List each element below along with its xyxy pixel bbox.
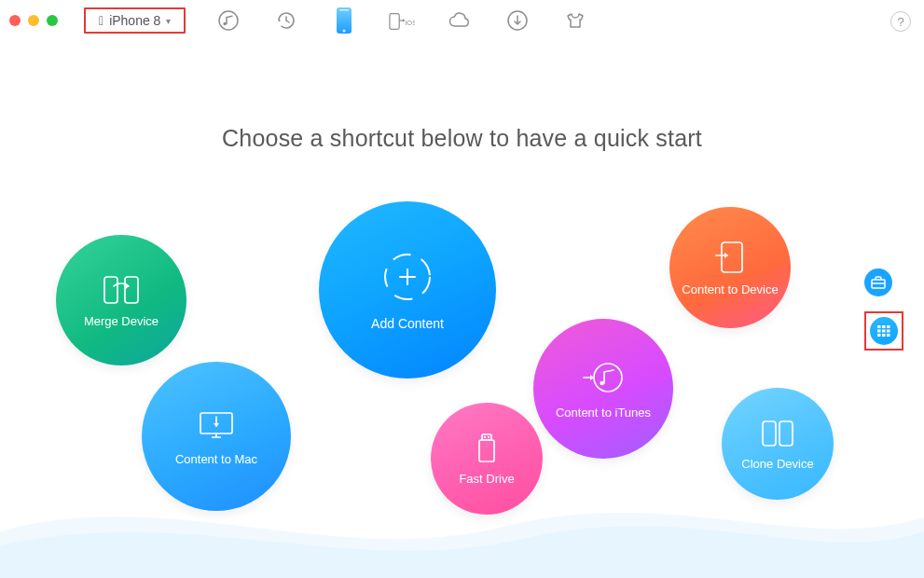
svg-rect-23 [877, 330, 881, 333]
merge-device-label: Merge Device [84, 314, 159, 328]
svg-rect-8 [125, 277, 138, 303]
add-content-icon [379, 249, 435, 305]
content-to-device-icon [714, 240, 746, 275]
svg-rect-28 [887, 334, 890, 337]
grid-view-button[interactable] [870, 317, 898, 345]
clone-device-button[interactable]: Clone Device [722, 388, 834, 500]
svg-rect-7 [104, 277, 117, 303]
svg-rect-27 [882, 334, 886, 337]
svg-rect-15 [484, 436, 486, 438]
add-content-label: Add Content [371, 316, 444, 331]
svg-rect-25 [887, 330, 890, 333]
content-to-device-button[interactable]: Content to Device [669, 207, 791, 328]
grid-view-highlight [864, 311, 903, 351]
content-to-mac-icon [195, 407, 238, 445]
content-to-mac-label: Content to Mac [175, 452, 257, 466]
fast-drive-button[interactable]: Fast Drive [431, 403, 543, 515]
svg-rect-18 [779, 421, 793, 446]
svg-rect-13 [479, 440, 494, 461]
add-content-button[interactable]: Add Content [319, 201, 496, 378]
svg-rect-21 [882, 325, 886, 328]
svg-rect-22 [887, 325, 890, 328]
content-to-itunes-button[interactable]: Content to iTunes [533, 319, 673, 459]
svg-rect-20 [877, 325, 881, 328]
fast-drive-label: Fast Drive [459, 472, 514, 486]
svg-rect-14 [482, 434, 491, 440]
fast-drive-icon [476, 433, 497, 464]
clone-device-icon [760, 418, 795, 449]
svg-point-12 [594, 364, 622, 392]
svg-rect-16 [488, 436, 490, 438]
svg-rect-24 [882, 330, 886, 333]
clone-device-label: Clone Device [741, 457, 813, 471]
merge-device-icon [103, 273, 140, 307]
side-buttons [864, 268, 903, 351]
content-to-itunes-label: Content to iTunes [556, 406, 651, 420]
content-to-device-label: Content to Device [682, 282, 778, 296]
svg-rect-26 [877, 334, 881, 337]
shortcut-canvas: Merge Device Add Content Content to Devi… [0, 0, 924, 578]
content-to-mac-button[interactable]: Content to Mac [142, 362, 291, 511]
content-to-itunes-icon [582, 359, 625, 398]
svg-rect-17 [763, 421, 776, 446]
merge-device-button[interactable]: Merge Device [56, 235, 186, 365]
toolbox-button[interactable] [864, 268, 892, 296]
